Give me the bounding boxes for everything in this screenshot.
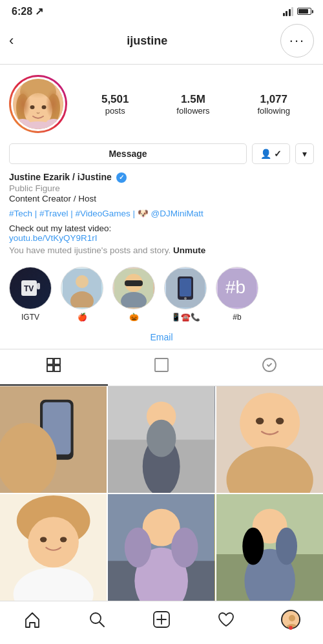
bio-link[interactable]: youtu.be/VtKyQY9R1rI [9, 233, 314, 243]
svg-rect-22 [180, 278, 191, 296]
message-button[interactable]: Message [9, 143, 247, 164]
svg-point-44 [256, 417, 264, 424]
svg-line-81 [100, 623, 105, 627]
avatar[interactable] [9, 75, 67, 133]
highlights-row: TV IGTV 🍎 🎃 [0, 260, 323, 327]
highlight-label-tech: 📱☎️📞 [171, 313, 200, 322]
avatar-inner [11, 77, 65, 131]
back-button[interactable]: ‹ [9, 32, 14, 49]
svg-point-63 [276, 528, 297, 565]
highlight-pumpkin[interactable]: 🎃 [112, 267, 155, 322]
nav-add-button[interactable] [145, 608, 178, 631]
svg-point-1 [20, 79, 56, 105]
svg-point-50 [40, 537, 47, 542]
grid-item-4[interactable] [0, 494, 107, 601]
highlight-tech[interactable]: 📱☎️📞 [164, 267, 207, 322]
grid-item-3[interactable] [216, 386, 323, 493]
svg-point-0 [13, 79, 63, 129]
feed-icon [154, 357, 169, 377]
svg-point-8 [15, 119, 30, 129]
bio-tags: #Tech | #Travel | #VideoGames | 🐶 @DJMin… [9, 207, 314, 220]
highlight-label-pumpkin: 🎃 [129, 313, 139, 322]
highlight-apple[interactable]: 🍎 [61, 267, 103, 322]
add-icon [152, 610, 171, 628]
tab-tagged[interactable] [215, 349, 323, 386]
svg-point-48 [28, 517, 79, 568]
search-icon [88, 610, 106, 628]
profile-header: 5,501 posts 1.5M followers 1,077 followi… [0, 65, 323, 141]
avatar-image [13, 79, 63, 129]
svg-point-51 [60, 537, 67, 542]
svg-rect-12 [37, 283, 40, 289]
svg-point-14 [76, 275, 89, 288]
status-icons [283, 7, 312, 16]
svg-rect-30 [155, 358, 168, 371]
bio-role: Content Creator / Host [9, 194, 314, 203]
signal-icon [283, 7, 294, 16]
stat-following[interactable]: 1,077 following [257, 93, 290, 116]
svg-point-45 [276, 417, 284, 424]
email-link[interactable]: Email [0, 327, 323, 349]
svg-text:TV: TV [24, 284, 34, 293]
follow-check-button[interactable]: 👤 ✓ [252, 143, 290, 164]
action-row: Message 👤 ✓ ▾ [0, 141, 323, 171]
svg-text:#b: #b [225, 277, 245, 297]
svg-point-3 [47, 94, 60, 122]
nav-activity-button[interactable] [210, 608, 242, 631]
svg-rect-28 [47, 366, 53, 371]
nav-search-button[interactable] [81, 608, 113, 631]
bio-category: Public Figure [9, 183, 314, 193]
grid-item-2[interactable] [108, 386, 214, 493]
svg-point-9 [46, 119, 61, 129]
svg-rect-26 [47, 358, 53, 364]
grid-item-1[interactable] [0, 386, 107, 493]
svg-point-57 [171, 528, 198, 568]
svg-rect-18 [125, 280, 143, 286]
bottom-nav [0, 601, 323, 644]
highlight-circle-apple [61, 267, 103, 309]
person-icon: 👤 [260, 149, 271, 159]
profile-username: ijustine [127, 34, 167, 48]
stats-row: 5,501 posts 1.5M followers 1,077 followi… [78, 93, 314, 116]
highlight-circle-tech [164, 267, 207, 309]
tab-grid[interactable] [0, 349, 108, 386]
dropdown-button[interactable]: ▾ [295, 143, 314, 164]
heart-icon [217, 610, 235, 628]
svg-point-4 [24, 93, 52, 127]
status-time: 6:28 ↗ [12, 5, 43, 17]
profile-notification-dot [289, 626, 293, 630]
more-options-button[interactable]: ··· [280, 24, 314, 57]
svg-point-7 [19, 121, 57, 129]
svg-point-42 [240, 393, 300, 453]
top-nav: ‹ ijustine ··· [0, 20, 323, 65]
status-bar: 6:28 ↗ [0, 0, 323, 20]
tab-feed[interactable] [108, 349, 216, 386]
battery-icon [297, 8, 311, 15]
svg-point-6 [42, 105, 47, 109]
bio-section: Justine Ezarik / iJustine ✓ Public Figur… [0, 171, 323, 260]
stat-posts[interactable]: 5,501 posts [101, 93, 129, 116]
content-tabs [0, 349, 323, 386]
svg-rect-29 [54, 366, 60, 371]
highlight-igtv[interactable]: TV IGTV [9, 267, 52, 322]
nav-profile-button[interactable] [275, 608, 307, 631]
highlight-circle-pumpkin [112, 267, 155, 309]
highlight-more[interactable]: #b #b [216, 267, 258, 322]
svg-point-62 [242, 528, 264, 565]
verified-badge: ✓ [116, 172, 127, 183]
svg-point-5 [30, 105, 35, 109]
grid-item-5[interactable] [108, 494, 214, 601]
avatar-ring [9, 75, 67, 133]
stat-followers[interactable]: 1.5M followers [176, 93, 209, 116]
bio-check-out: Check out my latest video: [9, 223, 314, 233]
grid-item-6[interactable] [216, 494, 323, 601]
svg-point-23 [184, 297, 187, 300]
highlight-label-igtv: IGTV [21, 313, 39, 322]
nav-home-button[interactable] [16, 608, 48, 631]
bio-name: Justine Ezarik / iJustine ✓ [9, 172, 314, 183]
svg-point-80 [90, 613, 101, 623]
bio-muted: You have muted ijustine's posts and stor… [9, 245, 314, 255]
unmute-button[interactable]: Unmute [173, 245, 205, 255]
svg-point-40 [147, 419, 176, 457]
tagged-icon [262, 357, 277, 377]
